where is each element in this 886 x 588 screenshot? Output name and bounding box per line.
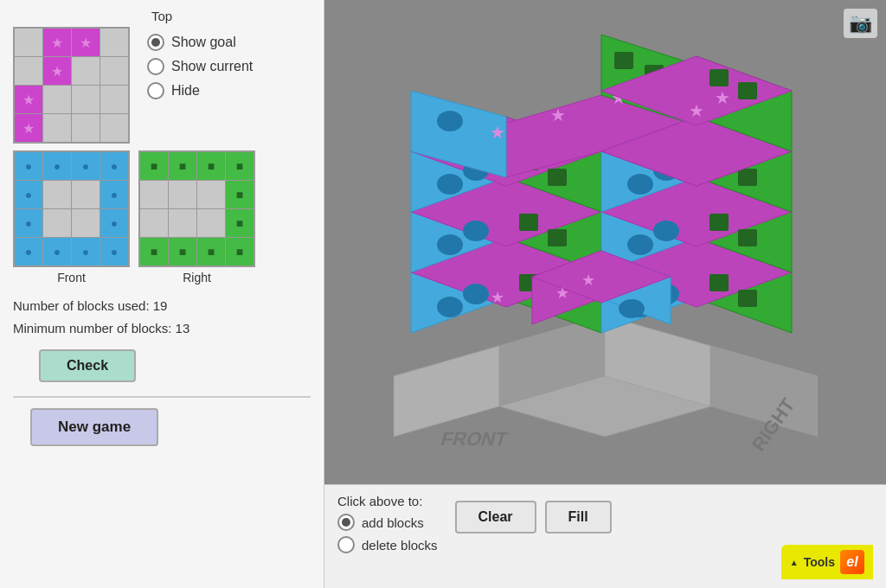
cell [100,29,128,56]
cell [140,181,168,208]
svg-point-11 [463,284,489,304]
radio-show-current[interactable]: Show current [147,58,253,75]
delete-blocks-label: delete blocks [362,538,438,553]
cell [197,181,225,208]
cell [169,209,196,237]
tools-button[interactable]: ▲ Tools el [781,545,873,579]
clear-button[interactable]: Clear [455,501,536,534]
svg-rect-46 [709,274,729,291]
cell: ● [100,209,128,237]
svg-text:★: ★ [715,88,730,107]
svg-point-52 [653,220,679,241]
svg-point-18 [437,234,463,255]
delete-blocks-option[interactable]: delete blocks [337,536,438,553]
cell [15,57,42,85]
cell [43,114,71,142]
front-grid-container: ● ● ● ● ● ● ● ● ● ● ● ● Front [13,150,130,284]
new-game-button[interactable]: New game [30,408,158,446]
add-blocks-option[interactable]: add blocks [337,514,438,531]
cell: ■ [226,209,254,237]
cell: ● [15,152,42,180]
left-panel: Top ★ ★ ★ ★ ★ [0,0,324,588]
cell [100,114,128,142]
cell: ■ [140,152,168,180]
cell: ● [15,238,42,265]
top-grid-container: ★ ★ ★ ★ ★ [13,27,130,144]
svg-rect-53 [709,214,729,231]
svg-point-10 [437,297,463,317]
cell [197,209,225,237]
cell: ● [43,152,71,180]
cell [72,114,100,142]
svg-point-34 [437,111,463,131]
cell: ■ [169,238,196,265]
cell: ■ [169,152,196,180]
tools-arrow-icon: ▲ [790,558,799,567]
cell: ● [100,181,128,208]
cell [169,181,196,208]
cell: ● [100,238,128,265]
cell: ■ [226,238,254,265]
cell: ● [15,209,42,237]
radio-circle-show-current [147,58,164,75]
radio-hide[interactable]: Hide [147,82,253,99]
cell: ■ [226,152,254,180]
cell: ★ [15,114,42,142]
cell: ■ [197,152,225,180]
radio-show-goal[interactable]: Show goal [147,34,253,51]
radio-delete-blocks [337,536,355,553]
svg-point-74 [619,299,645,318]
svg-point-51 [627,234,653,255]
svg-point-58 [627,174,653,195]
tools-label: Tools [804,555,835,569]
svg-rect-54 [738,229,757,246]
top-view-row: ★ ★ ★ ★ ★ [13,27,311,144]
svg-text:★: ★ [491,289,504,306]
cell: ● [72,152,100,180]
cell [100,86,128,113]
min-blocks-stat: Minimum number of blocks: 13 [13,317,311,340]
radio-label-show-goal: Show goal [171,35,236,50]
bottom-bar: Click above to: add blocks delete blocks… [324,484,886,588]
front-grid: ● ● ● ● ● ● ● ● ● ● ● ● [13,150,130,267]
cell [140,209,168,237]
canvas-area[interactable]: 📷 FRONT RIGHT [324,0,886,484]
cell: ★ [43,57,71,85]
svg-rect-61 [738,169,757,186]
click-info: Click above to: add blocks delete blocks [337,494,438,553]
cell [72,86,100,113]
fill-button[interactable]: Fill [545,501,612,534]
cell [43,86,71,113]
cell: ★ [72,29,100,56]
cell: ■ [226,181,254,208]
cell [43,209,71,237]
radio-add-blocks [337,514,355,531]
cell [72,181,100,208]
tools-logo: el [840,550,864,574]
click-label: Click above to: [337,494,438,508]
svg-text:★: ★ [581,272,595,289]
top-grid: ★ ★ ★ ★ ★ [13,27,130,144]
cell: ★ [15,86,42,113]
svg-rect-68 [738,82,757,99]
cell [72,209,100,237]
radio-circle-hide [147,82,164,99]
cell: ● [72,238,100,265]
check-button[interactable]: Check [39,349,136,382]
svg-point-19 [463,220,489,241]
radio-circle-show-goal [147,34,164,51]
right-panel: 📷 FRONT RIGHT [324,0,886,588]
right-grid-label: Right [183,271,211,284]
radio-label-show-current: Show current [171,59,253,74]
stats-section: Number of blocks used: 19 Minimum number… [13,295,311,339]
add-blocks-label: add blocks [362,515,424,530]
svg-rect-67 [709,69,729,86]
view-options: Show goal Show current Hide [147,34,253,99]
svg-marker-1 [394,346,499,437]
cell [72,57,100,85]
svg-rect-39 [614,52,633,69]
top-view-label: Top [13,9,311,23]
svg-text:★: ★ [689,101,704,120]
cell [43,181,71,208]
svg-rect-47 [738,290,757,307]
